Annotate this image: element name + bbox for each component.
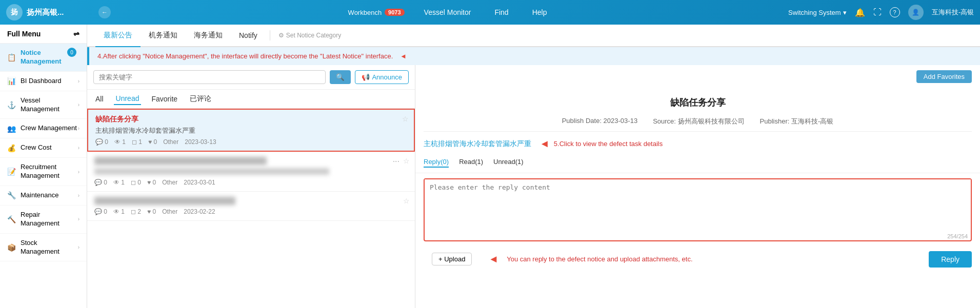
notice-item-3-title (94, 197, 235, 205)
tab-sea-notice[interactable]: 海务通知 (186, 25, 231, 47)
sidebar-item-recruitment-label: RecruitmentManagement (21, 163, 78, 180)
crew-cost-arrow-icon: › (78, 145, 79, 151)
category-label-2: Other (162, 179, 177, 186)
maintenance-icon: 🔧 (7, 191, 16, 199)
top-navigation: 扬 扬州高银... ← Workbench 9073 Vessel Monito… (0, 0, 980, 25)
logo-area: 扬 扬州高银... (6, 4, 88, 20)
notice-item-1-meta: 💬 0 👁 1 ◻ 1 ♥ 0 Other 2023-03-13 (95, 138, 407, 146)
announce-label: Announce (372, 73, 402, 81)
avatar[interactable]: 👤 (908, 5, 924, 20)
tab-notify[interactable]: Notify (231, 25, 266, 47)
sidebar-item-repair-management[interactable]: 🔨 Repair Management › (0, 206, 87, 234)
vessel-arrow-icon: › (78, 102, 79, 108)
notice-item-3[interactable]: 💬 0 👁 1 ◻ 2 ♥ 0 Other 2023-02-22 ☆ (87, 192, 415, 221)
notice-badge: 0 (67, 48, 76, 57)
recruitment-arrow-icon: › (78, 169, 79, 175)
comment-icon-2: 💬 0 (94, 179, 107, 186)
sidebar-item-bi-dashboard[interactable]: 📊 BI Dashboard › (0, 72, 87, 91)
reply-tab-read[interactable]: Read(1) (459, 157, 483, 168)
notice-item-2-desc (94, 168, 329, 175)
sidebar-item-crew-management[interactable]: 👥 Crew Management › (0, 119, 87, 138)
crew-cost-icon: 💰 (7, 144, 16, 152)
sidebar-item-recruitment[interactable]: 📝 RecruitmentManagement › (0, 158, 87, 186)
star-icon-2[interactable]: ☆ (403, 157, 410, 165)
expand-icon[interactable]: ⛶ (873, 8, 882, 17)
category-label-3: Other (162, 208, 177, 215)
view-icon: ◻ 1 (132, 138, 142, 146)
workbench-nav-item[interactable]: Workbench 9073 (348, 9, 405, 16)
tab-latest-notice[interactable]: 最新公告 (95, 25, 141, 47)
help-circle-icon[interactable]: ? (890, 7, 900, 17)
sidebar-item-crew-label: Crew Management (21, 124, 78, 133)
tab-latest-label: 最新公告 (104, 31, 132, 40)
date-label-2: 2023-03-01 (184, 179, 215, 186)
reply-tabs-bar: Reply(0) Read(1) Unread(1) (415, 152, 980, 173)
set-category-label: Set Notice Category (286, 32, 341, 39)
date-label-3: 2023-02-22 (184, 208, 215, 215)
sidebar-item-crew-cost[interactable]: 💰 Crew Cost › (0, 138, 87, 158)
read-icon-3: 👁 1 (113, 208, 125, 215)
star-icon-1[interactable]: ☆ (402, 115, 409, 123)
add-favorites-button[interactable]: Add Favorites (916, 70, 972, 83)
sidebar-item-notice[interactable]: 📋 NoticeManagement 0 (0, 44, 87, 72)
workbench-badge: 9073 (385, 9, 404, 16)
reply-tab-unread[interactable]: Unread(1) (493, 157, 524, 168)
nav-center: Workbench 9073 Vessel Monitor Find Help (121, 6, 778, 18)
logo-text: 扬州高银... (27, 8, 64, 17)
content-area: 最新公告 机务通知 海务通知 Notify ⚙ Set Notice Categ… (87, 25, 980, 308)
help-nav-item[interactable]: Help (528, 6, 551, 18)
star-icon-3[interactable]: ☆ (403, 197, 410, 205)
publisher-label: Publisher: 互海科技-高银 (760, 117, 834, 126)
filter-tab-all[interactable]: All (93, 93, 106, 105)
notice-item-1[interactable]: 缺陷任务分享 主杭排烟管海水冷却套管漏水严重 💬 0 👁 1 ◻ 1 ♥ 0 O… (87, 109, 415, 152)
sidebar-item-vessel-management[interactable]: ⚓ Vessel Management › (0, 91, 87, 119)
stock-arrow-icon: › (78, 244, 79, 250)
reply-actions-left: + Upload ◄ You can reply to the defect n… (424, 250, 693, 269)
notice-item-2-title (94, 157, 267, 165)
announce-button[interactable]: 📢 Announce (355, 70, 409, 84)
filter-tab-unread[interactable]: Unread (114, 93, 142, 105)
sidebar-item-maintenance[interactable]: 🔧 Maintenance › (0, 186, 87, 206)
search-button[interactable]: 🔍 (330, 70, 351, 84)
back-button[interactable]: ← (98, 6, 111, 18)
defect-task-link[interactable]: 主杭排烟管海水冷却套管漏水严重 (424, 139, 531, 149)
notice-item-2-meta: 💬 0 👁 1 ◻ 0 ♥ 0 Other 2023-03-01 (94, 179, 408, 186)
right-panel: Add Favorites 缺陷任务分享 Publish Date: 2023-… (415, 65, 980, 308)
reply-tab-replies[interactable]: Reply(0) (424, 157, 449, 168)
sidebar-item-bi-dashboard-label: BI Dashboard (21, 77, 78, 86)
nav-right: Switching System ▾ 🔔 ⛶ ? 👤 互海科技-高银 (788, 5, 974, 20)
repair-arrow-icon: › (78, 216, 79, 222)
set-notice-category-button[interactable]: ⚙ Set Notice Category (278, 32, 341, 39)
search-input[interactable] (93, 70, 326, 84)
notice-detail-meta: Publish Date: 2023-03-13 Source: 扬州高银科技有… (424, 117, 972, 132)
tabs-bar: 最新公告 机务通知 海务通知 Notify ⚙ Set Notice Categ… (87, 25, 980, 47)
read-icon: 👁 1 (114, 138, 126, 146)
bell-icon[interactable]: 🔔 (855, 8, 865, 17)
sidebar-item-crew-cost-label: Crew Cost (21, 143, 78, 152)
bi-dashboard-icon: 📊 (7, 77, 16, 85)
more-icon-2[interactable]: ··· (393, 157, 399, 166)
filter-tab-favorite[interactable]: Favorite (149, 93, 179, 105)
menu-toggle-icon[interactable]: ⇌ (73, 30, 79, 38)
switching-system-button[interactable]: Switching System ▾ (788, 9, 847, 16)
reply-textarea[interactable] (425, 179, 971, 231)
left-panel: 🔍 📢 Announce All Unread Favorite 已评论 (87, 65, 415, 308)
defect-link-row: 主杭排烟管海水冷却套管漏水严重 ◄ 5.Click to view the de… (415, 132, 980, 152)
switching-system-arrow: ▾ (843, 9, 847, 16)
sidebar: Full Menu ⇌ 📋 NoticeManagement 0 📊 BI Da… (0, 25, 87, 308)
announcement-banner: 4.After clicking "Notice Management", th… (87, 47, 980, 65)
vessel-monitor-nav-item[interactable]: Vessel Monitor (420, 6, 475, 18)
reply-button[interactable]: Reply (929, 251, 972, 268)
filter-tab-commented[interactable]: 已评论 (188, 93, 213, 105)
sidebar-item-stock-management[interactable]: 📦 Stock Management › (0, 234, 87, 262)
upload-button[interactable]: + Upload (432, 253, 472, 265)
announcement-text: 4.After clicking "Notice Management", th… (97, 52, 393, 60)
tab-machine-notice[interactable]: 机务通知 (141, 25, 186, 47)
tab-machine-label: 机务通知 (149, 31, 177, 40)
notice-item-1-desc: 主杭排烟管海水冷却套管漏水严重 (95, 126, 407, 135)
comment-icon-3: 💬 0 (94, 208, 107, 215)
find-nav-item[interactable]: Find (490, 6, 512, 18)
search-bar: 🔍 📢 Announce (87, 65, 415, 90)
notice-item-2[interactable]: 💬 0 👁 1 ◻ 0 ♥ 0 Other 2023-03-01 ☆ ··· (87, 152, 415, 192)
notice-list: 缺陷任务分享 主杭排烟管海水冷却套管漏水严重 💬 0 👁 1 ◻ 1 ♥ 0 O… (87, 109, 415, 308)
